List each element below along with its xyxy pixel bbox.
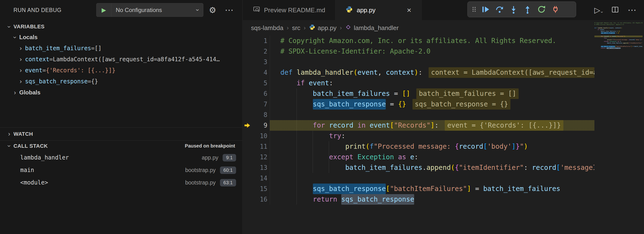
line-number[interactable]: 4	[252, 67, 267, 78]
step-out-button[interactable]	[520, 3, 534, 16]
glyph-margin[interactable]	[243, 88, 252, 99]
code-line[interactable]: 11 print(f"Processed message: {record['b…	[243, 141, 594, 152]
more-actions-icon[interactable]: ⋯	[225, 5, 234, 15]
variable-row[interactable]: ›sqs_batch_response = {}	[0, 76, 242, 87]
variable-value: []	[94, 45, 102, 52]
breadcrumb-item[interactable]: lambda_handler	[345, 24, 398, 32]
glyph-margin[interactable]	[243, 67, 252, 78]
glyph-margin[interactable]	[243, 99, 252, 110]
callstack-frame[interactable]: mainbootstrap.py60:1	[0, 164, 242, 176]
code-line[interactable]: 14	[243, 173, 594, 184]
line-number[interactable]: 8	[252, 110, 267, 120]
breadcrumb-item[interactable]: sqs-lambda	[251, 24, 283, 32]
step-over-button[interactable]	[493, 3, 506, 16]
line-number[interactable]: 13	[252, 162, 267, 173]
line-number[interactable]: 7	[252, 99, 267, 110]
tab-app-py[interactable]: app.py ×	[336, 0, 422, 20]
run-python-file-button[interactable]: ▷ ›	[594, 5, 602, 15]
variables-section-header[interactable]: › VARIABLES	[0, 21, 242, 32]
line-number[interactable]: 16	[252, 194, 267, 205]
debug-inline-value: batch_item_failures = []	[416, 88, 518, 99]
code-line[interactable]: 15 sqs_batch_response["batchItemFailures…	[243, 184, 594, 194]
equals-sign: =	[49, 56, 53, 63]
callstack-frame[interactable]: <module>bootstrap.py63:1	[0, 176, 242, 189]
code-line[interactable]: 3	[243, 57, 594, 67]
paused-status: Paused on breakpoint	[185, 143, 235, 149]
toolbar-drag-handle[interactable]	[470, 3, 479, 16]
variable-row[interactable]: ›event = {'Records': [{...}]}	[0, 65, 242, 76]
code-line[interactable]: 16 return sqs_batch_response	[243, 194, 594, 205]
line-number[interactable]: 10	[252, 131, 267, 141]
line-number[interactable]: 5	[252, 78, 267, 88]
variable-name: sqs_batch_response	[25, 78, 88, 85]
code-line[interactable]: 4def lambda_handler(event, context):cont…	[243, 67, 594, 78]
code-line[interactable]: 7 sqs_batch_response = {}sqs_batch_respo…	[243, 99, 594, 110]
line-number[interactable]: 2	[252, 46, 267, 57]
locals-scope-row[interactable]: › Locals	[0, 32, 242, 43]
glyph-margin[interactable]	[243, 152, 252, 162]
restart-button[interactable]	[534, 3, 548, 16]
glyph-margin[interactable]	[243, 173, 252, 184]
chevron-right-icon: ›	[304, 24, 306, 31]
line-number[interactable]: 3	[252, 57, 267, 67]
minimap-line: batch_item_failures = []	[594, 30, 642, 32]
chevron-right-icon: ›	[16, 56, 25, 63]
line-number[interactable]: 11	[252, 141, 267, 152]
globals-scope-row[interactable]: › Globals	[0, 87, 242, 98]
editor-tab-bar: Preview README.md app.py × ▷ › ⋯	[243, 0, 644, 20]
glyph-margin[interactable]	[243, 162, 252, 173]
breadcrumb-item[interactable]: src	[292, 24, 300, 32]
code-line[interactable]: 1# Copyright Amazon.com, Inc. or its aff…	[243, 36, 594, 46]
minimap-line: sqs_batch_response["batchItemFailures"] …	[594, 46, 642, 47]
disconnect-button[interactable]	[548, 3, 562, 16]
line-number[interactable]: 12	[252, 152, 267, 162]
debug-config-dropdown[interactable]: ▶ No Configurations ›	[96, 3, 203, 17]
chevron-right-icon: ›	[10, 89, 19, 96]
code-line[interactable]: 10 try:	[243, 131, 594, 141]
start-debugging-icon[interactable]: ▶	[96, 3, 112, 16]
glyph-margin[interactable]	[243, 110, 252, 120]
line-number[interactable]: 9	[252, 120, 267, 131]
callstack-section-header[interactable]: › CALL STACK Paused on breakpoint	[0, 140, 242, 151]
chevron-down-icon: ›	[600, 11, 604, 13]
breadcrumb-item[interactable]: app.py	[309, 24, 336, 32]
chevron-right-icon: ›	[340, 24, 342, 31]
tab-preview-readme[interactable]: Preview README.md	[243, 0, 336, 20]
code-line[interactable]: 12 except Exception as e:	[243, 152, 594, 162]
line-number[interactable]: 15	[252, 184, 267, 194]
callstack-label: CALL STACK	[14, 143, 48, 149]
glyph-margin[interactable]	[243, 194, 252, 205]
debug-current-line-arrow-icon[interactable]	[243, 120, 252, 131]
line-number[interactable]: 1	[252, 36, 267, 46]
glyph-margin[interactable]	[243, 78, 252, 88]
code-editor[interactable]: 1# Copyright Amazon.com, Inc. or its aff…	[243, 36, 594, 234]
code-line[interactable]: 9 for record in event["Records"]:event =…	[243, 120, 594, 131]
glyph-margin[interactable]	[243, 141, 252, 152]
line-number[interactable]: 14	[252, 173, 267, 184]
minimap[interactable]: # Copyright Amazon.com, Inc. or its affi…	[594, 22, 642, 200]
split-editor-button[interactable]	[611, 6, 619, 14]
glyph-margin[interactable]	[243, 36, 252, 46]
step-into-button[interactable]	[506, 3, 520, 16]
gear-icon[interactable]: ⚙	[209, 5, 216, 15]
close-icon[interactable]: ×	[401, 6, 412, 15]
more-actions-icon[interactable]: ⋯	[628, 5, 636, 15]
callstack-frame[interactable]: lambda_handlerapp.py9:1	[0, 151, 242, 164]
continue-button[interactable]	[479, 3, 493, 16]
line-number[interactable]: 6	[252, 88, 267, 99]
glyph-margin[interactable]	[243, 46, 252, 57]
equals-sign: =	[42, 67, 46, 74]
variable-row[interactable]: ›batch_item_failures = []	[0, 43, 242, 54]
markdown-preview-icon	[253, 6, 260, 15]
glyph-margin[interactable]	[243, 131, 252, 141]
code-line[interactable]: 5 if event:	[243, 78, 594, 88]
watch-section-header[interactable]: › WATCH	[0, 127, 242, 140]
code-line[interactable]: 6 batch_item_failures = []batch_item_fai…	[243, 88, 594, 99]
code-line[interactable]: 2# SPDX-License-Identifier: Apache-2.0	[243, 46, 594, 57]
code-line[interactable]: 8	[243, 110, 594, 120]
glyph-margin[interactable]	[243, 57, 252, 67]
chevron-right-icon: ›	[16, 78, 25, 85]
variable-row[interactable]: ›context = LambdaContext([aws_request_id…	[0, 54, 242, 65]
code-line[interactable]: 13 batch_item_failures.append({"itemIden…	[243, 162, 594, 173]
glyph-margin[interactable]	[243, 184, 252, 194]
